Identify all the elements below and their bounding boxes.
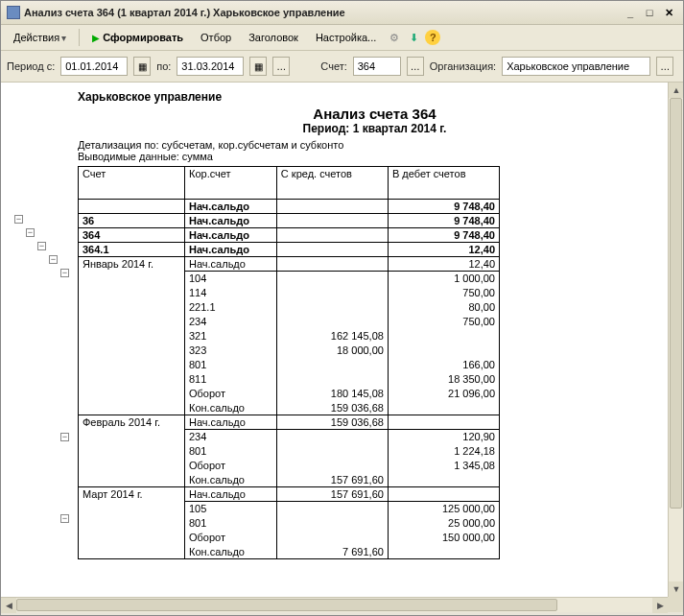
filter-button[interactable]: Отбор — [194, 28, 238, 47]
cell-credit — [276, 459, 388, 473]
table-row[interactable]: 36Нач.сальдо9 748,40 — [79, 214, 500, 228]
hscroll-thumb[interactable] — [16, 599, 557, 611]
cell-credit — [276, 430, 388, 444]
cell-account — [79, 473, 185, 487]
org-input[interactable] — [502, 57, 650, 76]
cell-cor: Кон.сальдо — [185, 401, 277, 415]
scroll-down-icon[interactable]: ▼ — [669, 581, 684, 597]
col-account: Счет — [79, 167, 185, 200]
table-row[interactable]: Кон.сальдо159 036,68 — [79, 401, 500, 415]
cell-account — [79, 286, 185, 300]
table-row[interactable]: Кон.сальдо7 691,60 — [79, 545, 500, 559]
cell-account — [79, 315, 185, 329]
cell-credit — [276, 286, 388, 300]
report-detail: Детализация по: субсчетам, кор.субсчетам… — [78, 139, 672, 151]
export-icon[interactable]: ⬇ — [406, 30, 421, 45]
horizontal-scrollbar[interactable]: ◀ ▶ — [1, 597, 668, 612]
table-row[interactable]: 114750,00 — [79, 286, 500, 300]
account-input[interactable] — [353, 57, 401, 76]
table-row[interactable]: Кон.сальдо157 691,60 — [79, 473, 500, 487]
help-icon[interactable]: ? — [425, 30, 440, 45]
cell-account: 364 — [79, 228, 185, 243]
cell-debit: 25 000,00 — [388, 516, 499, 531]
table-row[interactable]: 32318 000,00 — [79, 344, 500, 358]
tree-node[interactable]: − — [60, 269, 69, 277]
table-row[interactable]: 364.1Нач.сальдо12,40 — [79, 243, 500, 257]
scroll-up-icon[interactable]: ▲ — [669, 83, 684, 98]
cell-debit: 18 350,00 — [388, 372, 499, 387]
table-row[interactable]: Январь 2014 г.Нач.сальдо12,40 — [79, 257, 500, 272]
tree-node[interactable]: − — [60, 514, 69, 523]
cell-cor: Кон.сальдо — [185, 545, 277, 559]
minimize-button[interactable]: _ — [622, 5, 639, 20]
table-row[interactable]: Оборот150 000,00 — [79, 531, 500, 545]
table-row[interactable]: 321162 145,08 — [79, 329, 500, 344]
cell-account — [79, 272, 185, 286]
cell-cor: Нач.сальдо — [185, 243, 277, 257]
close-button[interactable]: ✕ — [660, 5, 677, 20]
table-row[interactable]: Оборот1 345,08 — [79, 459, 500, 473]
cell-debit: 166,00 — [388, 358, 499, 372]
filter-bar: Период с: ▦ по: ▦ … Счет: … Организация:… — [1, 51, 683, 83]
table-row[interactable]: 8011 224,18 — [79, 444, 500, 459]
gear-icon[interactable]: ⚙ — [387, 30, 402, 45]
table-header-row: Счет Кор.счет С кред. счетов В дебет сче… — [79, 167, 500, 200]
table-row[interactable]: 80125 000,00 — [79, 516, 500, 531]
col-debit: В дебет счетов — [388, 167, 499, 200]
cell-debit: 1 224,18 — [388, 444, 499, 459]
tree-node[interactable]: − — [60, 433, 69, 441]
cell-debit — [388, 473, 499, 487]
calendar-to-icon[interactable]: ▦ — [249, 57, 267, 76]
cell-credit: 18 000,00 — [276, 344, 388, 358]
tree-node[interactable]: − — [26, 228, 35, 237]
actions-menu[interactable]: Действия▾ — [7, 28, 73, 47]
cell-account — [79, 300, 185, 315]
cell-credit: 180 145,08 — [276, 387, 388, 401]
calendar-from-icon[interactable]: ▦ — [133, 57, 151, 76]
cell-debit: 125 000,00 — [388, 502, 499, 516]
table-row[interactable]: Март 2014 г.Нач.сальдо157 691,60 — [79, 487, 500, 502]
tree-node[interactable]: − — [49, 255, 58, 264]
period-to-label: по: — [156, 60, 171, 72]
col-cor-account: Кор.счет — [185, 167, 277, 200]
maximize-button[interactable]: □ — [641, 5, 658, 20]
table-row[interactable]: 801166,00 — [79, 358, 500, 372]
period-to-input[interactable] — [177, 57, 244, 76]
form-button[interactable]: ▶ Сформировать — [85, 28, 190, 47]
cell-credit — [276, 372, 388, 387]
table-row[interactable]: 1041 000,00 — [79, 272, 500, 286]
cell-debit — [388, 329, 499, 344]
tree-node[interactable]: − — [14, 215, 23, 224]
table-row[interactable]: 364Нач.сальдо9 748,40 — [79, 228, 500, 243]
separator — [79, 29, 80, 46]
account-picker-icon[interactable]: … — [407, 57, 424, 76]
scroll-left-icon[interactable]: ◀ — [1, 598, 16, 613]
table-row[interactable]: Февраль 2014 г.Нач.сальдо159 036,68 — [79, 415, 500, 430]
cell-debit: 1 000,00 — [388, 272, 499, 286]
cell-credit — [276, 300, 388, 315]
org-picker-icon[interactable]: … — [656, 57, 673, 76]
settings-button[interactable]: Настройка... — [309, 28, 383, 47]
table-row[interactable]: 105125 000,00 — [79, 502, 500, 516]
header-button[interactable]: Заголовок — [242, 28, 305, 47]
cell-debit — [388, 487, 499, 502]
cell-cor: 801 — [185, 444, 277, 459]
scroll-right-icon[interactable]: ▶ — [652, 598, 668, 613]
table-row[interactable]: Оборот180 145,0821 096,00 — [79, 387, 500, 401]
cell-account — [79, 200, 185, 214]
vscroll-thumb[interactable] — [670, 98, 682, 509]
cell-account: Февраль 2014 г. — [79, 415, 185, 430]
cell-cor: Нач.сальдо — [185, 200, 277, 214]
table-row[interactable]: 221.180,00 — [79, 300, 500, 315]
cell-credit — [276, 516, 388, 531]
period-from-input[interactable] — [60, 57, 128, 76]
vertical-scrollbar[interactable]: ▲ ▼ — [668, 83, 683, 597]
tree-node[interactable]: − — [37, 242, 46, 250]
table-row[interactable]: 234750,00 — [79, 315, 500, 329]
cell-cor: 221.1 — [185, 300, 277, 315]
period-picker-icon[interactable]: … — [272, 57, 290, 76]
table-row[interactable]: 81118 350,00 — [79, 372, 500, 387]
table-row[interactable]: 234120,90 — [79, 430, 500, 444]
titlebar: Анализ счета 364 (1 квартал 2014 г.) Хар… — [1, 1, 683, 25]
table-row[interactable]: Нач.сальдо9 748,40 — [79, 200, 500, 214]
